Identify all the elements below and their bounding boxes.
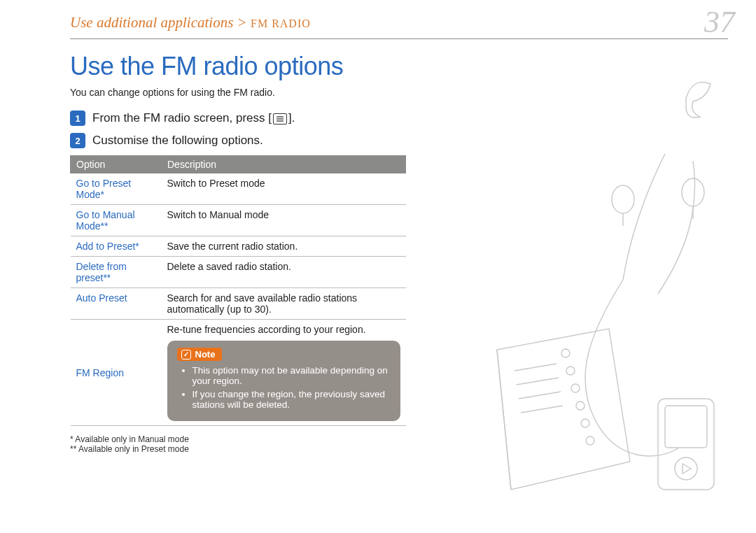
- table-row: Go to Preset Mode* Switch to Preset mode: [71, 173, 406, 205]
- footnote-1: * Available only in Manual mode: [70, 434, 406, 444]
- svg-point-6: [566, 367, 575, 375]
- step-1-before: From the FM radio screen, press [: [92, 111, 272, 125]
- lead-text: You can change options for using the FM …: [70, 87, 406, 98]
- svg-rect-15: [658, 399, 714, 490]
- table-row: Auto Preset Search for and save availabl…: [71, 288, 406, 320]
- opt-cell: Add to Preset*: [71, 236, 162, 257]
- opt-cell: Go to Preset Mode*: [71, 173, 162, 205]
- step-2: 2 Customise the following options.: [70, 133, 406, 148]
- footnotes: * Available only in Manual mode ** Avail…: [70, 434, 406, 454]
- note-item: This option may not be available dependi…: [192, 365, 391, 386]
- step-1-after: ].: [288, 111, 295, 125]
- svg-point-3: [612, 185, 634, 213]
- desc-cell: Save the current radio station.: [162, 236, 406, 257]
- svg-line-12: [517, 378, 559, 385]
- breadcrumb-sep: >: [237, 14, 247, 31]
- svg-point-9: [581, 419, 589, 427]
- desc-cell: Search for and save available radio stat…: [162, 288, 406, 320]
- svg-point-8: [576, 401, 584, 410]
- svg-point-10: [586, 436, 594, 445]
- desc-cell: Switch to Preset mode: [162, 173, 406, 205]
- note-badge: ✓ Note: [177, 348, 223, 361]
- th-option: Option: [71, 156, 162, 173]
- desc-cell: Switch to Manual mode: [162, 205, 406, 236]
- svg-rect-16: [665, 406, 707, 448]
- svg-line-11: [514, 364, 556, 371]
- options-table: Option Description Go to Preset Mode* Sw…: [70, 155, 406, 426]
- svg-point-7: [571, 384, 580, 392]
- footnote-2: ** Available only in Preset mode: [70, 444, 406, 454]
- breadcrumb-sub: FM RADIO: [251, 17, 311, 29]
- svg-point-4: [682, 178, 704, 206]
- svg-line-13: [519, 392, 561, 399]
- step-badge-1: 1: [70, 111, 85, 126]
- table-row: FM Region Re-tune frequencies according …: [71, 320, 406, 426]
- svg-line-14: [521, 406, 563, 413]
- breadcrumb-main: Use additional applications: [70, 14, 233, 31]
- note-box: ✓ Note This option may not be available …: [167, 341, 400, 421]
- step-badge-2: 2: [70, 133, 85, 148]
- opt-cell: Delete from preset**: [71, 257, 162, 288]
- decorative-illustration: [448, 70, 742, 504]
- table-row: Add to Preset* Save the current radio st…: [71, 236, 406, 257]
- opt-cell: Auto Preset: [71, 288, 162, 320]
- desc-cell: Delete a saved radio station.: [162, 257, 406, 288]
- page-number: 37: [704, 4, 735, 40]
- step-1: 1 From the FM radio screen, press [].: [70, 111, 406, 126]
- menu-key-icon: [273, 113, 287, 125]
- check-icon: ✓: [181, 350, 191, 360]
- desc-cell: Re-tune frequencies according to your re…: [162, 320, 406, 426]
- breadcrumb: Use additional applications > FM RADIO 3…: [70, 14, 728, 39]
- svg-point-5: [561, 349, 570, 357]
- table-row: Go to Manual Mode** Switch to Manual mod…: [71, 205, 406, 236]
- fm-region-desc: Re-tune frequencies according to your re…: [167, 324, 400, 335]
- th-description: Description: [162, 156, 406, 173]
- svg-point-17: [675, 457, 697, 480]
- page-title: Use the FM radio options: [70, 52, 406, 81]
- note-label: Note: [195, 349, 216, 360]
- opt-cell: FM Region: [71, 320, 162, 426]
- table-row: Delete from preset** Delete a saved radi…: [71, 257, 406, 288]
- opt-cell: Go to Manual Mode**: [71, 205, 162, 236]
- step-2-text: Customise the following options.: [92, 134, 263, 148]
- step-1-text: From the FM radio screen, press [].: [92, 111, 295, 125]
- note-item: If you change the region, the previously…: [192, 389, 391, 410]
